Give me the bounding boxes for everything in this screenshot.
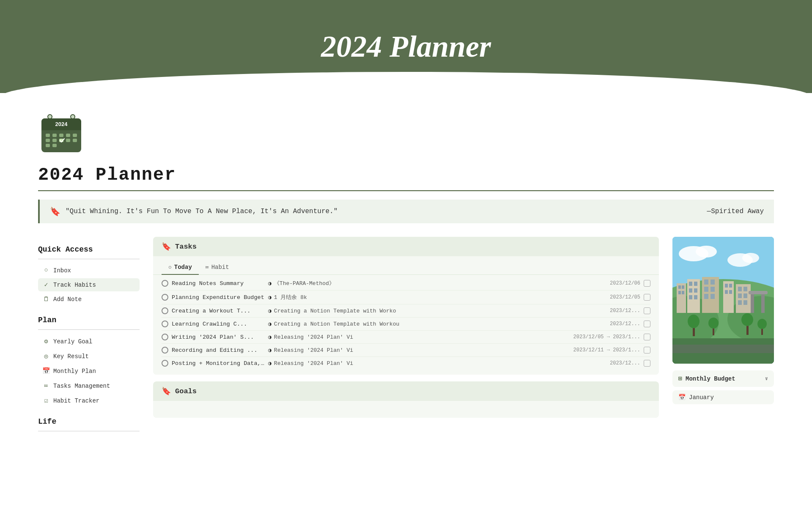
task-checkbox[interactable]: [644, 294, 650, 301]
task-date: 2023/12...: [610, 321, 640, 327]
task-status-circle[interactable]: [162, 294, 168, 301]
sidebar-item-tasks-management[interactable]: ≔ Tasks Management: [38, 379, 140, 392]
gear-icon: ⚙: [42, 337, 50, 345]
svg-rect-43: [704, 287, 708, 292]
task-checkbox[interactable]: [644, 334, 650, 340]
page-title: 2024 Planner: [38, 165, 774, 185]
svg-point-4: [48, 115, 52, 118]
monthly-budget-icon: ⊞: [678, 375, 682, 383]
life-divider: [38, 431, 140, 431]
sidebar-label-inbox: Inbox: [53, 267, 71, 274]
january-row[interactable]: 📅 January: [672, 390, 774, 404]
svg-rect-34: [689, 282, 692, 286]
note-icon: 🗒: [42, 296, 50, 303]
svg-rect-12: [73, 134, 77, 137]
tab-habit[interactable]: ≔ Habit: [199, 260, 236, 275]
title-divider: [38, 190, 774, 191]
monthly-budget-row[interactable]: ⊞ Monthly Budget ∨: [672, 370, 774, 387]
tab-today[interactable]: ○ Today: [162, 260, 199, 275]
target-icon: ◎: [42, 352, 50, 360]
svg-rect-51: [729, 290, 732, 294]
task-date: 2023/12...: [610, 360, 640, 366]
goals-bookmark-icon: 🔖: [162, 386, 171, 396]
quote-author: —Spirited Away: [707, 208, 764, 215]
sidebar-label-key-result: Key Result: [53, 353, 89, 360]
january-icon: 📅: [678, 394, 686, 401]
task-status-circle[interactable]: [162, 321, 168, 327]
task-checkbox[interactable]: [644, 307, 650, 314]
task-status-circle[interactable]: [162, 307, 168, 314]
today-tab-label: Today: [174, 264, 192, 271]
task-status-circle[interactable]: [162, 334, 168, 340]
sidebar-label-track-habits: Track Habits: [53, 282, 96, 288]
header-title: 2024 Planner: [321, 29, 491, 64]
sidebar-item-inbox[interactable]: ○ Inbox: [38, 264, 140, 277]
sidebar-item-yearly-goal[interactable]: ⚙ Yearly Goal: [38, 335, 140, 348]
task-name: Creating a Workout T...: [172, 308, 265, 314]
sidebar-label-monthly-plan: Monthly Plan: [53, 368, 96, 375]
svg-rect-58: [743, 300, 747, 305]
plan-divider: [38, 329, 140, 330]
goals-section: 🔖 Goals: [153, 381, 659, 418]
calendar-icon: 2024: [38, 110, 85, 156]
svg-rect-49: [729, 284, 732, 288]
task-checkbox[interactable]: [644, 347, 650, 354]
task-meta-text: Creating a Notion Template with Worko: [274, 308, 396, 314]
sidebar: Quick Access ○ Inbox ✓ Track Habits 🗒 Ad…: [38, 237, 140, 436]
svg-rect-14: [52, 139, 57, 142]
task-meta-text: 《The-PARA-Method》: [274, 280, 335, 287]
sidebar-item-track-habits[interactable]: ✓ Track Habits: [38, 278, 140, 291]
task-name: Learning Crawling C...: [172, 321, 265, 327]
today-tab-icon: ○: [168, 264, 172, 271]
svg-point-67: [708, 318, 719, 329]
task-checkbox[interactable]: [644, 321, 650, 327]
svg-rect-42: [710, 280, 715, 285]
svg-rect-29: [678, 285, 681, 289]
quote-banner: 🔖 "Quit Whining. It's Fun To Move To A N…: [38, 200, 774, 223]
center-panel: 🔖 Tasks ○ Today ≔ Habit: [153, 237, 659, 418]
quick-access-title: Quick Access: [38, 245, 140, 254]
task-status-circle[interactable]: [162, 360, 168, 367]
task-name: Writing '2024 Plan' S...: [172, 334, 265, 340]
sidebar-label-add-note: Add Note: [53, 296, 82, 303]
table-row: Reading Notes Summary ◑ 《The-PARA-Method…: [162, 277, 650, 290]
svg-rect-56: [743, 293, 747, 298]
goals-header: 🔖 Goals: [153, 381, 659, 401]
goals-title: Goals: [175, 387, 197, 395]
sidebar-item-add-note[interactable]: 🗒 Add Note: [38, 293, 140, 306]
svg-point-6: [71, 115, 74, 118]
task-status-circle[interactable]: [162, 280, 168, 287]
table-row: Writing '2024 Plan' S... ◑ Releasing '20…: [162, 331, 650, 344]
goals-body: [153, 401, 659, 418]
svg-rect-54: [743, 287, 747, 291]
life-title: Life: [38, 417, 140, 426]
task-date: 2023/12/11 → 2023/1...: [573, 347, 640, 353]
task-meta: ◑ Releasing '2024 Plan' Vi: [268, 347, 570, 354]
svg-point-71: [757, 319, 767, 329]
sidebar-item-habit-tracker[interactable]: ☑ Habit Tracker: [38, 394, 140, 407]
svg-rect-35: [694, 282, 697, 286]
svg-point-22: [696, 246, 717, 258]
sidebar-label-yearly-goal: Yearly Goal: [53, 338, 92, 345]
svg-rect-8: [46, 134, 50, 137]
tasks-tabs-row: ○ Today ≔ Habit: [153, 256, 659, 275]
list-icon: ≔: [42, 382, 50, 390]
task-meta: ◑ Creating a Notion Template with Worko: [268, 307, 606, 314]
check-icon: ✓: [42, 281, 50, 289]
task-name: Posting + Monitoring Data, Fol...: [172, 360, 265, 367]
task-checkbox[interactable]: [644, 360, 650, 367]
svg-rect-53: [738, 287, 742, 291]
svg-rect-18: [46, 144, 50, 147]
svg-rect-17: [73, 139, 77, 142]
january-label: January: [689, 394, 714, 401]
task-name: Planning Expenditure Budget: [172, 294, 265, 301]
task-checkbox[interactable]: [644, 280, 650, 287]
sidebar-item-key-result[interactable]: ◎ Key Result: [38, 350, 140, 363]
sidebar-item-monthly-plan[interactable]: 📅 Monthly Plan: [38, 364, 140, 378]
task-meta-icon: ◑: [268, 347, 272, 354]
table-row: Creating a Workout T... ◑ Creating a Not…: [162, 304, 650, 318]
svg-rect-30: [682, 285, 684, 289]
task-status-circle[interactable]: [162, 347, 168, 354]
table-row: Recording and Editing ... ◑ Releasing '2…: [162, 344, 650, 357]
task-meta-text: Releasing '2024 Plan' Vi: [274, 334, 353, 340]
